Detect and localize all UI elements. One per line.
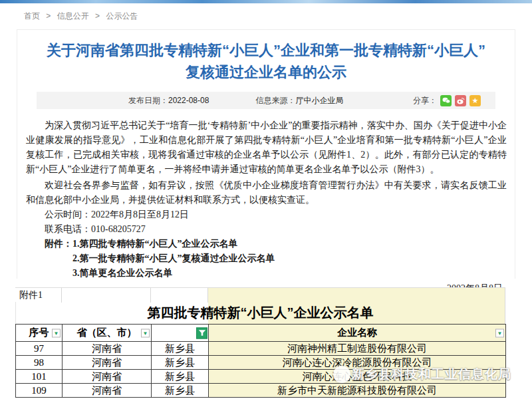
paragraph-2: 欢迎社会各界参与监督，如有异议，按照《优质中小企业梯度培育管理暂行办法》中有关要…	[26, 178, 507, 207]
header-city	[152, 325, 209, 342]
cell-province: 河南省	[63, 342, 152, 356]
share-label: 分享：	[413, 95, 437, 106]
enterprise-table: 序号 ▼ 省（区、市） ▼ 企业名称 ▼ 97 河南省 新乡县 河南神州精工制造…	[15, 324, 506, 398]
cell-seq: 101	[16, 370, 63, 384]
cell-city: 新乡县	[152, 384, 209, 398]
cell-company: 河南神州精工制造股份有限公司	[209, 342, 506, 356]
table-row: 97 河南省 新乡县 河南神州精工制造股份有限公司	[16, 342, 506, 356]
province-filter-dropdown[interactable]: ▼	[141, 329, 150, 337]
table-header-row: 序号 ▼ 省（区、市） ▼ 企业名称 ▼	[16, 325, 506, 342]
breadcrumb: 首页 > 信息公开 > 公示公告	[24, 11, 142, 22]
article-body: 为深入贯彻习近平总书记关于“培育一批‘专精特新’中小企业”的重要指示精神，落实中…	[26, 118, 507, 296]
cell-province: 河南省	[63, 356, 152, 370]
cell-province: 河南省	[63, 384, 152, 398]
city-filter-active-icon[interactable]	[196, 327, 207, 338]
public-time-line: 公示时间：2022年8月8日至8月12日	[26, 207, 507, 222]
share-group: 分享： ★	[413, 95, 481, 106]
cell-seq: 97	[16, 342, 63, 356]
cell-seq: 98	[16, 356, 63, 370]
paragraph-1: 为深入贯彻习近平总书记关于“培育一批‘专精特新’中小企业”的重要指示精神，落实中…	[26, 118, 507, 177]
annex-label-cell: 附件1	[15, 288, 62, 303]
table-title: 第四批专精特新“小巨人”企业公示名单	[15, 302, 505, 324]
cell-company: 新乡市中天新能源科技股份有限公司	[209, 384, 506, 398]
source: 信息来源：厅中小企业局	[255, 95, 343, 106]
attachment-item-3[interactable]: 3.简单更名企业公示名单	[26, 266, 507, 281]
publish-date: 发布日期：2022-08-08	[128, 95, 209, 106]
attachment-item-2[interactable]: 2.第一批专精特新“小巨人”复核通过企业公示名单	[26, 251, 507, 266]
annex-label-row: 附件1	[15, 287, 505, 302]
breadcrumb-notice-link[interactable]: 公示公告	[106, 11, 138, 21]
weibo-share-icon[interactable]	[455, 95, 466, 106]
table-row: 98 河南省 新乡县 河南心连心深冷能源股份有限公司	[16, 356, 506, 370]
annex1-spreadsheet: 附件1 第四批专精特新“小巨人”企业公示名单 序号 ▼ 省（区、市） ▼ 企业名…	[15, 287, 505, 398]
breadcrumb-separator: >	[95, 11, 100, 21]
wechat-share-icon[interactable]	[440, 95, 452, 106]
attachment-item-1[interactable]: 1.第四批专精特新“小巨人”企业公示名单	[72, 239, 238, 249]
header-province: 省（区、市） ▼	[63, 325, 152, 342]
breadcrumb-separator: >	[46, 11, 51, 21]
header-seq: 序号 ▼	[16, 325, 63, 342]
seq-filter-dropdown[interactable]: ▼	[52, 329, 61, 337]
phone-line: 联系电话：010-68205727	[26, 222, 507, 237]
company-filter-dropdown[interactable]: ▼	[495, 329, 504, 337]
qzone-star-share-icon[interactable]: ★	[469, 95, 481, 106]
cell-city: 新乡县	[152, 342, 209, 356]
header-company: 企业名称 ▼	[209, 325, 506, 342]
cell-company: 河南心连心深冷能源股份有限公司	[209, 356, 506, 370]
article-panel: 关于河南省第四批专精特新“小巨人”企业和第一批专精特新“小巨人”复核通过企业名单…	[17, 29, 515, 279]
cell-company: 河南心连心蓝色环保科技	[209, 370, 506, 384]
table-row: 109 河南省 新乡县 新乡市中天新能源科技股份有限公司	[16, 384, 506, 398]
cell-province: 河南省	[63, 370, 152, 384]
breadcrumb-home-link[interactable]: 首页	[24, 11, 40, 21]
article-meta-bar: 发布日期：2022-08-08 信息来源：厅中小企业局 分享： ★	[37, 92, 495, 109]
cell-city: 新乡县	[152, 370, 209, 384]
attachment-line-1: 附件：1.第四批专精特新“小巨人”企业公示名单	[26, 237, 507, 251]
cell-city: 新乡县	[152, 356, 209, 370]
page-title: 关于河南省第四批专精特新“小巨人”企业和第一批专精特新“小巨人”复核通过企业名单…	[47, 39, 485, 83]
top-gradient-bar	[0, 0, 532, 3]
table-row: 101 河南省 新乡县 河南心连心蓝色环保科技	[16, 370, 506, 384]
cell-seq: 109	[16, 384, 63, 398]
breadcrumb-info-link[interactable]: 信息公开	[57, 11, 89, 21]
